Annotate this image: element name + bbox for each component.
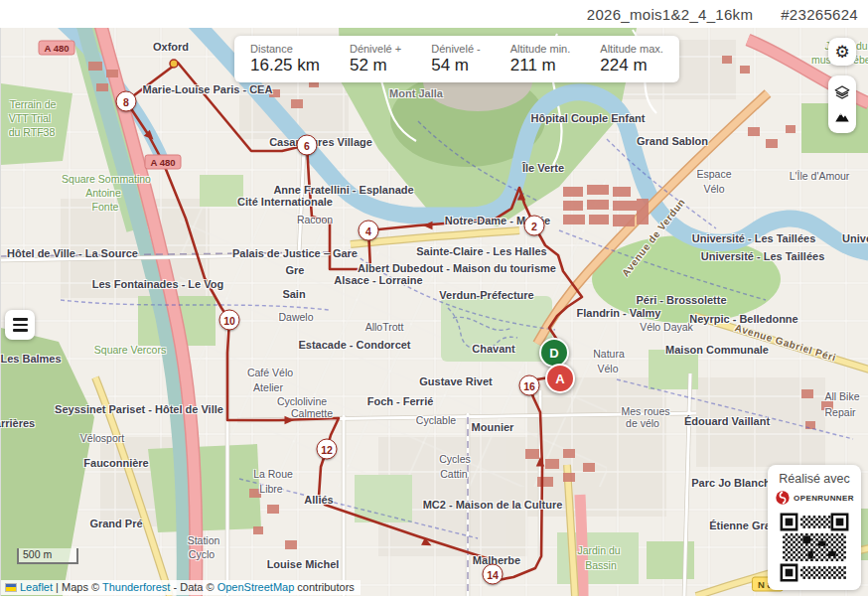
settings-button[interactable]: ⚙ [828,38,856,66]
mountain-icon[interactable] [833,108,851,126]
waypoint-marker-16[interactable]: 16 [519,375,540,396]
waypoint-marker-14[interactable]: 14 [483,564,504,585]
stat-item: Altitude min.211 m [510,43,571,75]
scale-label: 500 m [23,548,52,560]
stat-item: Dénivelé -54 m [431,43,481,75]
stat-value: 54 m [431,56,481,75]
map-tools-group [828,75,856,133]
waypoint-marker-6[interactable]: 6 [297,135,318,156]
stat-item: Distance16.25 km [250,43,320,75]
openrunner-logo: OPENRUNNER [774,490,855,506]
map-canvas[interactable]: OxfordMarie-Louise Paris - CEATerrain de… [0,0,868,596]
attribution-bar: Leaflet | Maps © Thunderforest - Data © … [1,580,361,595]
attribution-text-wrap: Leaflet | Maps © Thunderforest - Data © … [20,581,355,593]
stat-value: 224 m [600,56,663,75]
map-scale: 500 m [17,548,78,564]
page-title: 2026_mois1&2_4_16km [587,6,753,23]
waypoint-marker-8[interactable]: 8 [116,91,137,112]
openrunner-card: Réalisé avec OPENRUNNER [768,465,861,590]
attribution-text: | Maps © [53,581,102,593]
stat-value: 16.25 km [250,56,320,75]
stat-label: Altitude min. [510,43,571,55]
route-id: #23265624 [781,6,858,23]
waypoint-marker-2[interactable]: 2 [524,216,545,236]
gear-icon: ⚙ [834,42,849,63]
waypoint-marker-10[interactable]: 10 [219,310,240,331]
openrunner-map-view: OxfordMarie-Louise Paris - CEATerrain de… [0,0,868,596]
attribution-link[interactable]: Leaflet [20,581,53,593]
waypoint-marker-4[interactable]: 4 [359,221,379,241]
stat-label: Dénivelé - [431,43,481,55]
attribution-text: contributors [294,581,355,593]
route-waypoints-layer: 246810121416 [1,0,868,596]
route-end-marker[interactable]: A [545,364,575,393]
stat-item: Dénivelé +52 m [350,43,401,75]
openrunner-swirl-icon [775,490,791,506]
leaflet-flag-icon [5,583,17,592]
hamburger-icon [13,318,28,320]
menu-button[interactable] [5,310,35,340]
attribution-link[interactable]: OpenStreetMap [217,581,295,593]
waypoint-marker-12[interactable]: 12 [317,439,338,460]
stat-label: Distance [250,43,320,55]
stat-label: Altitude max. [600,43,663,55]
attribution-text: - Data © [170,581,217,593]
layers-icon[interactable] [833,83,851,101]
stat-value: 52 m [350,56,401,75]
stats-bar: Distance16.25 kmDénivelé +52 mDénivelé -… [234,36,679,82]
made-with-label: Réalisé avec [774,472,855,486]
attribution-link[interactable]: Thunderforest [102,581,170,593]
route-end-label: A [555,372,564,386]
route-start-marker[interactable]: D [539,338,569,368]
qr-code [778,511,851,584]
stat-value: 211 m [510,56,571,75]
title-bar: 2026_mois1&2_4_16km #23265624 [0,0,868,28]
route-start-label: D [549,346,558,361]
stat-label: Dénivelé + [350,43,401,55]
stat-item: Altitude max.224 m [600,43,663,75]
openrunner-brand-label: OPENRUNNER [794,494,854,503]
